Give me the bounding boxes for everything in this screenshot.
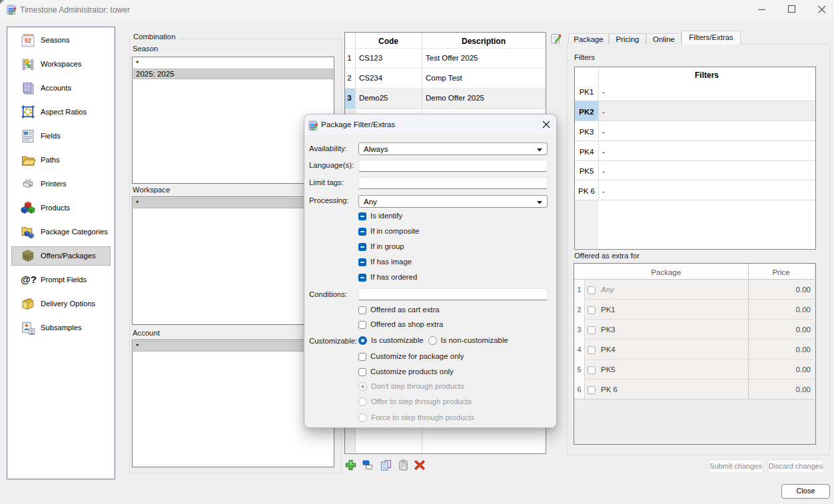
svg-text:52: 52 xyxy=(25,37,31,44)
svg-text:@?: @? xyxy=(21,274,37,285)
